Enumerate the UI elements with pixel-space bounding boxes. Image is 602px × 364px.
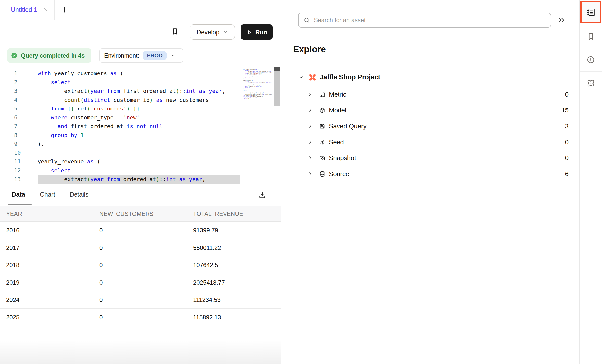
line-number: 5 [0, 104, 38, 113]
line-number: 12 [0, 166, 38, 175]
tree-item-label: Metric [329, 91, 346, 98]
run-button[interactable]: Run [241, 24, 273, 40]
tree-item-seed[interactable]: Seed0 [281, 134, 579, 150]
table-cell: 0 [99, 262, 193, 269]
query-status-badge: Query completed in 4s [7, 48, 91, 63]
tree-item-snapshot[interactable]: Snapshot0 [281, 150, 579, 166]
rail-item-history[interactable] [580, 48, 602, 72]
table-row[interactable]: 20250115892.13 [0, 309, 281, 326]
code-line[interactable]: 9), [0, 140, 281, 148]
rail-item-catalog[interactable] [580, 0, 602, 25]
table-cell: 0 [99, 279, 193, 286]
model-icon [319, 107, 326, 114]
line-number: 2 [0, 78, 38, 87]
code-line[interactable]: 13 extract(year from ordered_at)::int as… [0, 175, 281, 184]
scrollbar-track[interactable] [274, 71, 280, 106]
tree-item-source[interactable]: Source6 [281, 166, 579, 182]
tree-item-metric[interactable]: Metric0 [281, 86, 579, 102]
environment-selector[interactable]: Environment: PROD [99, 48, 183, 63]
chevron-down-icon[interactable] [299, 75, 304, 80]
code-line[interactable]: 7 and first_ordered_at is not null [0, 122, 281, 131]
search-icon [303, 17, 310, 24]
tree-item-model[interactable]: Model15 [281, 102, 579, 118]
project-tree-root[interactable]: Jaffle Shop Project [281, 71, 579, 84]
run-label: Run [255, 29, 267, 36]
check-circle-icon [11, 52, 18, 59]
tree-item-label: Snapshot [329, 154, 356, 162]
source-icon [319, 171, 326, 177]
clock-icon [586, 55, 595, 64]
explore-panel: Explore Jaffle Shop Project Metric0Model… [281, 0, 579, 364]
scrollbar-thumb[interactable] [274, 67, 280, 71]
play-icon [246, 29, 252, 35]
chevron-right-icon[interactable] [308, 140, 312, 144]
line-number: 10 [0, 148, 38, 157]
table-row[interactable]: 20240111234.53 [0, 291, 281, 309]
asset-search-box[interactable] [298, 13, 551, 28]
tree-item-label: Saved Query [329, 122, 367, 130]
table-cell: 0 [99, 296, 193, 303]
tab-data[interactable]: Data [12, 184, 25, 205]
column-header-new-customers: NEW_CUSTOMERS [99, 211, 193, 217]
develop-label: Develop [197, 29, 220, 36]
line-number: 8 [0, 131, 38, 140]
sql-editor[interactable]: 1with yearly_customers as (2 select3 ext… [0, 67, 281, 184]
develop-dropdown[interactable]: Develop [190, 24, 235, 40]
table-cell: 2025 [6, 314, 99, 321]
tree-item-count: 0 [565, 154, 569, 162]
line-number: 1 [0, 69, 38, 78]
search-input[interactable] [314, 17, 546, 24]
code-line[interactable]: 12 select [0, 166, 281, 175]
code-line[interactable]: 2 select [0, 78, 281, 87]
tree-item-saved-query[interactable]: Saved Query3 [281, 118, 579, 134]
environment-label: Environment: [104, 52, 139, 59]
table-cell: 115892.13 [193, 314, 281, 321]
chevron-right-icon[interactable] [308, 156, 312, 160]
results-tabbar: Data Chart Details [0, 184, 281, 206]
rail-item-copilot[interactable] [580, 72, 602, 95]
editor-pane: Untitled 1 Develop Run [0, 0, 281, 364]
code-line[interactable]: 3 extract(year from first_ordered_at)::i… [0, 87, 281, 96]
line-number: 11 [0, 157, 38, 166]
tab-details[interactable]: Details [70, 184, 88, 205]
table-cell: 111234.53 [193, 296, 281, 303]
editor-scrollbar[interactable] [274, 67, 280, 106]
app-window: Untitled 1 Develop Run [0, 0, 602, 364]
chevron-down-icon [171, 53, 176, 58]
tab-chart[interactable]: Chart [40, 184, 55, 205]
chevron-right-icon[interactable] [308, 124, 312, 128]
line-number: 3 [0, 87, 38, 96]
chevron-right-icon[interactable] [308, 108, 312, 112]
right-icon-rail [579, 0, 602, 364]
bookmark-icon[interactable] [171, 26, 179, 36]
bookmark-icon [586, 32, 595, 41]
close-tab-icon[interactable] [43, 7, 49, 13]
table-cell: 2016 [6, 227, 99, 234]
line-number: 6 [0, 113, 38, 122]
code-line[interactable]: 6 where customer_type = 'new' [0, 113, 281, 122]
code-line[interactable]: 1with yearly_customers as ( [0, 69, 281, 78]
table-row[interactable]: 2016091399.79 [0, 222, 281, 239]
tab-untitled-1[interactable]: Untitled 1 [0, 0, 55, 20]
code-line[interactable]: 11yearly_revenue as ( [0, 157, 281, 166]
table-row[interactable]: 201902025418.77 [0, 274, 281, 291]
chevron-right-icon[interactable] [308, 92, 312, 97]
chevron-right-icon[interactable] [308, 172, 312, 176]
table-cell: 107642.5 [193, 262, 281, 269]
table-cell: 2019 [6, 279, 99, 286]
code-line[interactable]: 4 count(distinct customer_id) as new_cus… [0, 96, 281, 105]
code-line[interactable]: 5 from {{ ref('customers') }} [0, 104, 281, 113]
copilot-sparkle-icon [586, 78, 596, 88]
new-tab-button[interactable] [61, 0, 68, 20]
tree-item-label: Model [329, 107, 346, 114]
collapse-panel-icon[interactable] [557, 16, 565, 24]
asset-tree: Metric0Model15Saved Query3Seed0Snapshot0… [281, 86, 579, 182]
table-row[interactable]: 20180107642.5 [0, 256, 281, 274]
download-icon[interactable] [258, 190, 267, 199]
rail-item-bookmarks[interactable] [580, 25, 602, 48]
code-line[interactable]: 10 [0, 148, 281, 157]
table-row[interactable]: 20170550011.22 [0, 239, 281, 256]
code-line[interactable]: 8 group by 1 [0, 131, 281, 140]
tree-item-count: 0 [565, 91, 569, 98]
tree-item-label: Seed [329, 138, 344, 146]
